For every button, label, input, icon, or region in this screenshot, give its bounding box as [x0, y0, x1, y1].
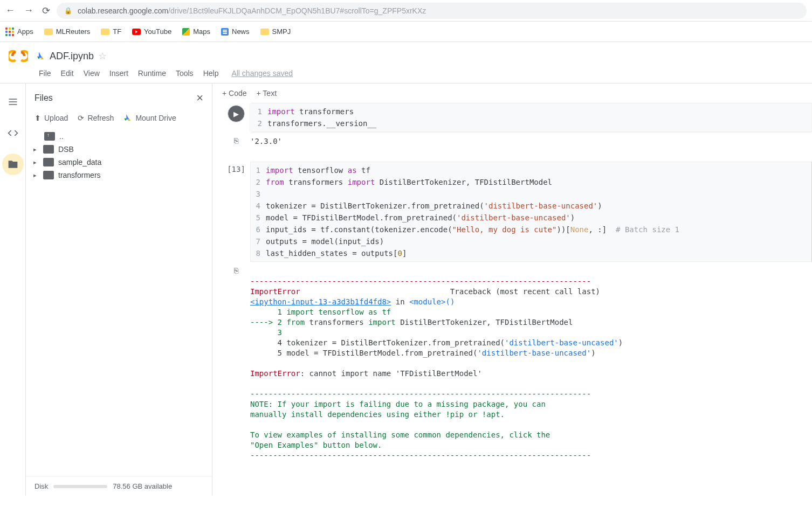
disk-available: 78.56 GB available [113, 482, 172, 490]
bookmark-maps[interactable]: Maps [182, 27, 210, 36]
drive-icon [123, 114, 132, 122]
refresh-button[interactable]: ⟳Refresh [78, 114, 114, 122]
output-icon[interactable]: ⎘ [234, 136, 238, 145]
cell-output: ⎘ '2.3.0' [212, 132, 812, 155]
upload-button[interactable]: ⬆Upload [35, 114, 68, 122]
folder-up-icon [44, 132, 55, 141]
add-code-button[interactable]: + Code [222, 89, 247, 98]
disk-track [53, 485, 107, 488]
bookmark-news[interactable]: News [221, 27, 250, 36]
menu-view[interactable]: View [84, 69, 100, 78]
output-icon[interactable]: ⎘ [234, 266, 238, 275]
disk-label: Disk [35, 482, 48, 490]
maps-icon [182, 28, 190, 36]
menu-help[interactable]: Help [203, 69, 219, 78]
menu-insert[interactable]: Insert [109, 69, 128, 78]
url-host: colab.research.google.com [78, 6, 168, 15]
caret-icon: ▸ [33, 159, 40, 166]
add-text-button[interactable]: + Text [257, 89, 277, 98]
code-editor[interactable]: 1import tensorflow as tf 2from transform… [250, 162, 812, 262]
drive-icon [36, 51, 45, 61]
run-button[interactable]: ▶ [228, 105, 245, 122]
notebook-title[interactable]: ADF.ipynb [50, 51, 94, 62]
bookmark-mlreuters[interactable]: MLReuters [44, 27, 91, 36]
left-rail [0, 84, 26, 496]
bookmark-tf[interactable]: TF [101, 27, 121, 36]
bookmark-youtube[interactable]: YouTube [132, 27, 171, 36]
news-icon [221, 28, 229, 36]
output-text: '2.3.0' [250, 132, 282, 155]
browser-toolbar: ← → ⟳ 🔒 colab.research.google.com/drive/… [0, 0, 812, 22]
code-editor[interactable]: 1import transformers 2transformers.__ver… [250, 103, 812, 132]
forward-button[interactable]: → [24, 5, 33, 17]
refresh-icon: ⟳ [78, 114, 84, 122]
apps-label: Apps [17, 27, 33, 36]
menu-tools[interactable]: Tools [176, 69, 194, 78]
star-icon[interactable]: ☆ [98, 50, 107, 62]
mount-drive-button[interactable]: Mount Drive [123, 114, 176, 122]
caret-icon: ▸ [33, 172, 40, 179]
apps-button[interactable]: Apps [5, 27, 33, 36]
files-panel: Files × ⬆Upload ⟳Refresh Mount Drive .. … [26, 84, 212, 496]
file-tree: .. ▸DSB ▸sample_data ▸transformers [26, 129, 212, 476]
notebook-area[interactable]: + Code + Text ▶ 1import transformers 2tr… [212, 84, 812, 496]
toc-button[interactable] [2, 91, 24, 113]
tree-folder-transformers[interactable]: ▸transformers [30, 169, 208, 182]
menu-edit[interactable]: Edit [61, 69, 74, 78]
lock-icon: 🔒 [64, 7, 72, 15]
colab-header: ADF.ipynb ☆ [0, 42, 812, 66]
tree-folder-dsb[interactable]: ▸DSB [30, 143, 208, 156]
bookmark-smpj[interactable]: SMPJ [260, 27, 291, 36]
files-button[interactable] [2, 154, 24, 175]
upload-icon: ⬆ [35, 114, 41, 122]
close-icon[interactable]: × [196, 91, 203, 105]
code-cell[interactable]: ▶ 1import transformers 2transformers.__v… [212, 103, 812, 132]
cell-error-output: ⎘ --------------------------------------… [212, 262, 812, 480]
apps-icon [5, 27, 14, 36]
folder-icon [101, 29, 109, 35]
menu-file[interactable]: File [39, 69, 51, 78]
code-cell[interactable]: [13] 1import tensorflow as tf 2from tran… [212, 162, 812, 262]
menu-bar: File Edit View Insert Runtime Tools Help… [0, 66, 812, 84]
tree-parent-dir[interactable]: .. [30, 130, 208, 143]
colab-logo[interactable] [9, 46, 28, 66]
reload-button[interactable]: ⟳ [42, 5, 50, 17]
folder-icon [43, 145, 54, 154]
bookmarks-bar: Apps MLReuters TF YouTube Maps News SMPJ [0, 22, 812, 42]
url-path: /drive/1Bct9leuFKJLDQaAnhDCM_EpOQN5h1BU7… [168, 6, 426, 15]
folder-icon [44, 29, 53, 35]
caret-icon: ▸ [33, 146, 40, 153]
save-status: All changes saved [231, 69, 293, 78]
files-title: Files [35, 93, 53, 103]
code-snippets-button[interactable] [2, 122, 24, 144]
traceback-link[interactable]: <ipython-input-13-a3d3b1fd4fd8> [250, 297, 391, 306]
folder-icon [43, 171, 54, 179]
menu-runtime[interactable]: Runtime [138, 69, 166, 78]
disk-usage: Disk 78.56 GB available [26, 476, 212, 496]
folder-icon [43, 158, 54, 166]
back-button[interactable]: ← [5, 5, 15, 17]
exec-count: [13] [227, 164, 245, 173]
address-bar[interactable]: 🔒 colab.research.google.com/drive/1Bct9l… [57, 3, 807, 19]
folder-icon [260, 29, 269, 35]
youtube-icon [132, 29, 141, 35]
tree-folder-sample-data[interactable]: ▸sample_data [30, 156, 208, 169]
